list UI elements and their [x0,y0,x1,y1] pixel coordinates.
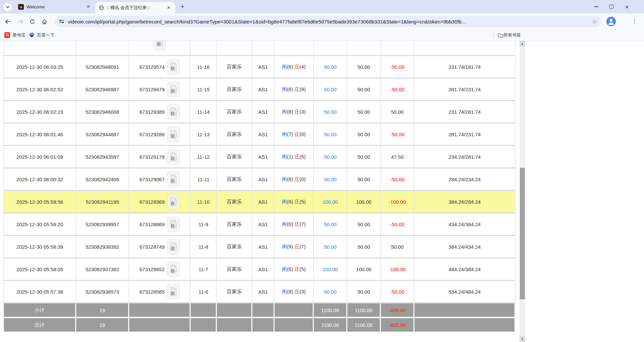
video-replay-button[interactable] [167,82,180,97]
player-points: (6) [287,176,293,182]
player-bet: 闲 [282,109,287,114]
footer-empty-game-type-cell [217,317,252,332]
all-bookmarks[interactable]: 所有书签 [493,30,521,41]
tab-search-button[interactable] [3,3,12,11]
bookmark-star-icon[interactable]: ☆ [592,18,597,25]
banker-bet: 庄 [295,289,300,294]
video-replay-button[interactable] [167,261,180,277]
footer-winloss-cell: -405.00 [381,303,414,317]
video-replay-button[interactable] [167,59,180,75]
player-bet: 闲 [282,289,287,294]
table-row[interactable]: 2025-12-30 06:02:23523082946008673129389… [3,101,515,124]
table-name-cell [252,41,275,56]
footer-valid-cell: 1100.00 [347,303,381,317]
profile-avatar[interactable] [606,16,616,27]
video-replay-button[interactable] [167,239,180,254]
video-file-icon [170,107,177,116]
player-points: (8) [287,109,293,114]
game-type-cell: 百家乐 [217,56,252,79]
table-row[interactable]: 2025-12-30 06:01:09523082943597673129178… [3,146,515,168]
valid-amount-cell: 50.00 [347,56,381,79]
bet-amount-cell: 50.00 [314,79,347,101]
video-replay-button[interactable] [167,284,180,299]
footer-amount-cell: 1100.00 [314,317,347,332]
game-type-cell: 百家乐 [217,146,252,168]
browser-menu-button[interactable]: ⋮ [632,18,637,25]
footer-count-cell: 19 [76,317,129,332]
bet-amount-cell: 50.00 [314,56,347,79]
forward-button[interactable] [14,15,26,28]
bet-amount-cell: 50.00 [314,146,347,168]
time-cell: 2025-12-30 05:59:56 [3,191,76,213]
tab-welcome[interactable]: ◆ Welcome × [15,0,95,13]
table-row[interactable]: 2025-12-30 06:00:32523082942406673129067… [3,168,515,191]
new-tab-button[interactable]: + [179,3,187,11]
game-number: 673129389 [139,109,164,115]
address-bar[interactable]: videoie.com/ipl/portal.php/game/betrecor… [55,16,601,27]
player-bet: 闲 [282,266,287,272]
bookmark-label: 爱淘宝 [12,32,26,38]
banker-bet: 庄 [295,86,300,92]
tab-close-icon[interactable]: × [166,5,172,11]
bookmarks-bar: 淘 爱淘宝 百度一下 所有书签 [0,30,644,41]
frame-scrollbar[interactable]: ▲ ▼ [519,41,525,342]
balance-cell [414,41,515,56]
game-type-cell: 百家乐 [217,124,252,146]
reload-icon [30,19,35,25]
tab-close-icon[interactable]: × [85,4,91,10]
bookmark-baidu[interactable]: 百度一下 [29,30,54,41]
player-bet: 闲 [282,244,287,249]
maximize-button[interactable] [604,0,619,13]
minimize-button[interactable] [588,0,604,13]
valid-amount-cell: 50.00 [347,124,381,146]
nav-buttons [2,13,50,30]
table-row[interactable]: 2025-12-30 05:58:39523082938392673128749… [3,236,515,258]
video-file-icon [170,62,177,71]
table-row[interactable]: 2025-12-30 06:02:52523082946987673129479… [3,79,515,101]
bet-number-cell: 523082943597 [76,146,129,168]
close-button[interactable]: × [619,0,635,13]
back-button[interactable] [2,15,14,28]
video-replay-button[interactable] [153,41,166,50]
round-cell: 11-12 [191,146,217,168]
bet-number-cell: 523082939957 [76,213,129,236]
table-row[interactable]: 2025-12-30 06:03:25523082948091673129574… [3,56,515,79]
player-bet: 闲 [282,64,287,69]
scroll-down-button[interactable]: ▼ [519,336,525,342]
banker-bet: 庄 [295,64,300,69]
bet-table-body: 2025-12-30 06:03:25523082948091673129574… [3,41,515,332]
video-replay-button[interactable] [167,216,180,232]
table-row[interactable]: 2025-12-30 05:58:05523082937382673128652… [3,258,515,281]
video-replay-button[interactable] [167,149,180,164]
footer-empty-game-type-cell [217,303,252,317]
balance-cell: 231.74/181.74 [414,56,515,79]
home-button[interactable] [38,15,50,28]
table-row-partial [3,41,515,56]
tab-bet-record[interactable]: :::视讯 会员下注纪录::: × [95,2,175,13]
round-cell: 11-14 [191,101,217,124]
table-row[interactable]: 2025-12-30 05:59:20523082939957673128869… [3,213,515,236]
total-row: 总计191100.001100.00-405.00 [3,317,515,332]
table-row[interactable]: 2025-12-30 05:59:56523082941195673128969… [3,191,515,213]
chevron-down-icon [6,6,10,8]
video-replay-button[interactable] [167,127,180,142]
bookmark-taobao[interactable]: 淘 爱淘宝 [4,30,26,41]
table-row[interactable]: 2025-12-30 06:01:46523082944887673129286… [3,124,515,146]
url-text[interactable]: videoie.com/ipl/portal.php/game/betrecor… [68,19,589,25]
video-replay-button[interactable] [167,172,180,187]
game-number-cell: 673129389 [129,101,191,124]
bet-number-cell: 523082937382 [76,258,129,281]
browser-toolbar: videoie.com/ipl/portal.php/game/betrecor… [0,13,644,30]
globe-icon [99,5,104,10]
valid-amount-cell: 50.00 [347,213,381,236]
winloss-cell: -50.00 [381,79,414,101]
time-cell: 2025-12-30 05:58:39 [3,236,76,258]
video-replay-button[interactable] [167,104,180,119]
banker-points: (3) [300,109,306,114]
scroll-up-button[interactable]: ▲ [519,41,525,47]
bet-content-cell: 闲(7) 庄(0) [275,124,314,146]
reload-button[interactable] [26,15,38,28]
scrollbar-thumb[interactable] [520,168,525,299]
table-row[interactable]: 2025-12-30 05:57:38523082936573673128565… [3,281,515,303]
video-replay-button[interactable] [167,194,180,209]
